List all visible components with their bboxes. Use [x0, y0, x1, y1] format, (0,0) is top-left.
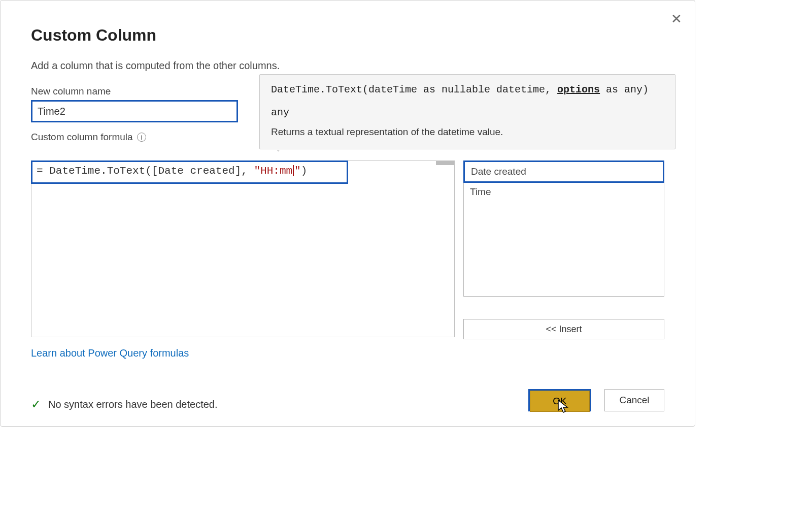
dialog-content: Custom Column Add a column that is compu… — [31, 18, 670, 414]
formula-label: Custom column formula — [31, 132, 133, 143]
text-cursor — [293, 165, 294, 176]
intellisense-description: Returns a textual representation of the … — [271, 126, 664, 138]
info-icon[interactable]: i — [137, 133, 146, 142]
custom-column-dialog: ✕ Custom Column Add a column that is com… — [0, 0, 695, 427]
formula-string: HH:mm — [260, 165, 292, 177]
formula-open-quote: " — [254, 165, 260, 177]
formula-equals: = — [37, 165, 49, 177]
insert-button[interactable]: << Insert — [463, 319, 664, 339]
list-item[interactable]: Time — [464, 182, 664, 202]
ok-button-highlight: OK — [528, 389, 591, 411]
formula-fn: DateTime.ToText([Date created], — [49, 165, 254, 177]
dialog-buttons: OK Cancel — [528, 389, 664, 411]
list-item[interactable]: Date created — [463, 160, 664, 183]
available-columns-list[interactable]: Date created Time — [463, 160, 664, 297]
formula-suffix: ) — [301, 165, 308, 177]
close-icon[interactable]: ✕ — [669, 12, 684, 26]
intellisense-signature: DateTime.ToText(dateTime as nullable dat… — [271, 84, 664, 95]
formula-close-quote: " — [294, 165, 301, 177]
chevron-down-icon[interactable]: ˅ — [277, 150, 280, 156]
scroll-handle[interactable] — [436, 161, 454, 165]
cancel-button[interactable]: Cancel — [604, 389, 664, 411]
help-link[interactable]: Learn about Power Query formulas — [31, 347, 189, 359]
column-name-input[interactable] — [31, 100, 238, 122]
ok-button[interactable]: OK — [530, 391, 590, 412]
intellisense-returntype: any — [271, 107, 664, 118]
check-icon: ✓ — [31, 397, 41, 411]
dialog-subtitle: Add a column that is computed from the o… — [31, 60, 670, 72]
sig-suffix: as any) — [600, 84, 649, 95]
dialog-title: Custom Column — [31, 26, 670, 45]
intellisense-tooltip: DateTime.ToText(dateTime as nullable dat… — [259, 74, 675, 149]
status-text: No syntax errors have been detected. — [48, 399, 218, 410]
sig-prefix: DateTime.ToText(dateTime as nullable dat… — [271, 84, 557, 95]
status-row: ✓ No syntax errors have been detected. — [31, 397, 218, 411]
sig-current-param: options — [557, 84, 600, 95]
formula-input[interactable]: = DateTime.ToText([Date created], "HH:mm… — [31, 160, 455, 337]
